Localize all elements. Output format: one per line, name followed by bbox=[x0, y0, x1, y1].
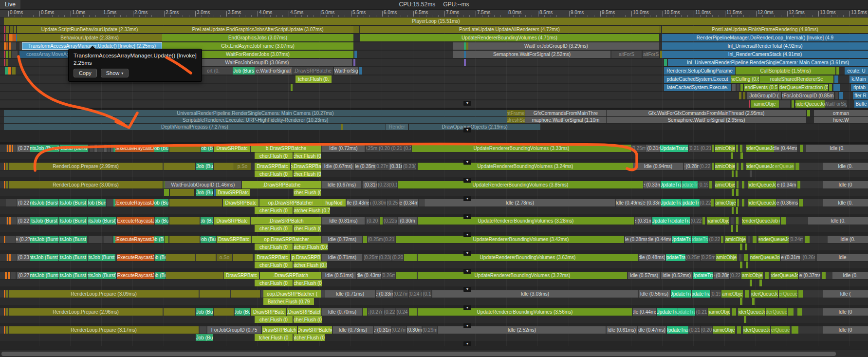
timeline-bar[interactable]: Batcher.Flush (0.72 bbox=[294, 207, 330, 214]
timeline-bar[interactable] bbox=[354, 51, 357, 58]
timeline-bar[interactable] bbox=[740, 244, 742, 250]
timeline-bar[interactable]: Idle (0.73ms) bbox=[333, 326, 373, 334]
timeline-bar[interactable] bbox=[380, 217, 383, 225]
timeline-bar[interactable] bbox=[4, 163, 5, 170]
timeline-bar[interactable]: (0.19 bbox=[711, 290, 720, 298]
timeline-bar[interactable]: e (0.31m bbox=[388, 163, 402, 170]
timeline-bar[interactable]: o.So bbox=[217, 254, 232, 261]
timeline-bar[interactable]: Idle (0.71ms) bbox=[325, 290, 375, 298]
timeline-bar[interactable]: (0.22 bbox=[384, 308, 395, 316]
timeline-bar[interactable] bbox=[104, 145, 107, 152]
timeline-bar[interactable]: amicObje bbox=[715, 163, 735, 170]
timeline-bar[interactable]: sentFrame (0 bbox=[507, 110, 525, 116]
timeline-bar[interactable] bbox=[9, 42, 11, 50]
timeline-bar[interactable]: e (0.28m bbox=[714, 272, 729, 279]
timeline-bar[interactable]: tcher.Flush (0. bbox=[294, 170, 321, 177]
timeline-bar[interactable] bbox=[740, 262, 742, 268]
timeline-bar[interactable] bbox=[466, 42, 468, 50]
timeline-bar[interactable] bbox=[712, 145, 714, 152]
timeline-bar[interactable]: iamicObje bbox=[713, 326, 735, 334]
timeline-bar[interactable]: RenderLoop.Prepare (3.00ms) bbox=[9, 181, 163, 188]
timeline-bar[interactable]: DrawSRPBatc bbox=[216, 189, 250, 196]
timeline-bar[interactable] bbox=[291, 84, 293, 91]
timeline-bar[interactable]: (0.22 bbox=[709, 236, 720, 243]
timeline-bar[interactable]: aitForS bbox=[643, 51, 659, 58]
timeline-bar[interactable]: pdateTra bbox=[673, 217, 690, 225]
timeline-bar[interactable] bbox=[6, 51, 8, 58]
timeline-bar[interactable]: UpdateRendererBoundingVolumes (3.42ms) bbox=[418, 236, 624, 243]
timeline-bar[interactable]: a (0.26m bbox=[801, 254, 815, 261]
timeline-bar[interactable]: lateCachedSystem.Execute. bbox=[664, 84, 731, 91]
timeline-bar[interactable] bbox=[659, 26, 661, 33]
timeline-bar[interactable] bbox=[214, 308, 234, 316]
timeline-bar[interactable]: WaitForSig bbox=[825, 100, 847, 108]
timeline-bar[interactable]: DrawOpaqueObjects (2.19ms) bbox=[409, 124, 540, 130]
timeline-bar[interactable]: EndGraphicsJobs (3.07ms) bbox=[162, 34, 353, 41]
timeline-bar[interactable]: pdateTra bbox=[692, 290, 710, 298]
timeline-bar[interactable] bbox=[743, 92, 745, 99]
timeline-bar[interactable]: ob (Bu bbox=[155, 254, 166, 261]
timeline-bar[interactable]: e (0.33m bbox=[644, 181, 660, 188]
timeline-bar[interactable]: (0.23( bbox=[403, 163, 416, 170]
timeline-bar[interactable] bbox=[98, 145, 103, 152]
timeline-bar[interactable]: a (0.30m bbox=[370, 199, 386, 207]
timeline-bar[interactable]: UpdateTrans bbox=[660, 145, 688, 152]
timeline-bar[interactable] bbox=[11, 42, 16, 50]
timeline-bar[interactable] bbox=[12, 67, 16, 75]
copy-button[interactable]: Copy bbox=[74, 69, 97, 77]
timeline-bar[interactable]: nderQueueJo bbox=[795, 100, 825, 108]
timeline-bar[interactable] bbox=[231, 290, 260, 298]
timeline-bar[interactable] bbox=[4, 26, 5, 33]
timeline-bar[interactable]: e (0.28m bbox=[684, 163, 699, 170]
timeline-bar[interactable] bbox=[12, 51, 18, 58]
timeline-bar[interactable]: tsJob (Burst bbox=[88, 254, 115, 261]
timeline-bar[interactable]: e (0.31m bbox=[363, 181, 377, 188]
timeline-bar[interactable] bbox=[409, 308, 417, 316]
timeline-bar[interactable]: oop.DrawSRPBatcher ( bbox=[263, 290, 321, 298]
timeline-bar[interactable] bbox=[739, 254, 741, 261]
timeline-bar[interactable]: DrawSRPBatc bbox=[214, 217, 250, 225]
timeline-bar[interactable]: cher.Flush (0 bbox=[255, 244, 293, 250]
timeline-bar[interactable] bbox=[464, 42, 466, 50]
timeline-bar[interactable]: nderQueueJo bbox=[748, 199, 776, 207]
timeline-bar[interactable] bbox=[12, 145, 13, 152]
timeline-bar[interactable] bbox=[94, 145, 97, 152]
timeline-bar[interactable] bbox=[5, 272, 7, 279]
timeline-bar[interactable]: iamicObje bbox=[751, 100, 779, 108]
timeline-bar[interactable]: ntsJob (Burst bbox=[30, 199, 58, 207]
timeline-bar[interactable]: tsJob (Burst bbox=[59, 217, 87, 225]
timeline-bar[interactable]: Idle (0. bbox=[823, 163, 868, 170]
timeline-bar[interactable] bbox=[731, 152, 733, 159]
collapse-arrow[interactable]: ▼ bbox=[463, 178, 471, 183]
timeline-bar[interactable]: a (0.27m bbox=[368, 308, 383, 316]
timeline-bar[interactable]: nderQueueJo bbox=[751, 290, 778, 298]
timeline-bar[interactable]: y.ExecuteRaycastJo bbox=[117, 272, 154, 279]
timeline-bar[interactable]: UpdateRendererBoundingVolumes (4.71ms) bbox=[360, 34, 659, 41]
timeline-bar[interactable] bbox=[108, 145, 110, 152]
timeline-bar[interactable] bbox=[6, 42, 8, 50]
timeline-bar[interactable]: tcher.Flush (0. bbox=[295, 75, 332, 83]
collapse-arrow[interactable]: ▼ bbox=[463, 101, 471, 106]
timeline-bar[interactable] bbox=[363, 236, 367, 243]
timeline-bar[interactable] bbox=[164, 189, 169, 196]
timeline-bar[interactable] bbox=[10, 26, 13, 33]
timeline-bar[interactable]: nderQueueJo bbox=[743, 326, 770, 334]
timeline-bar[interactable] bbox=[4, 34, 5, 41]
timeline-bar[interactable] bbox=[836, 67, 839, 75]
timeline-bar[interactable] bbox=[779, 100, 790, 108]
timeline-bar[interactable] bbox=[797, 181, 800, 188]
timeline-bar[interactable]: (0.22 bbox=[691, 217, 702, 225]
timeline-bar[interactable]: le (0.38ms bbox=[625, 236, 647, 243]
timeline-bar[interactable] bbox=[749, 100, 750, 108]
timeline-bar[interactable]: UpdateTra bbox=[693, 272, 713, 279]
timeline-bar[interactable] bbox=[732, 170, 734, 177]
timeline-bar[interactable] bbox=[736, 217, 739, 225]
timeline-bar[interactable] bbox=[753, 236, 757, 243]
timeline-bar[interactable] bbox=[741, 163, 743, 170]
timeline-bar[interactable] bbox=[732, 84, 736, 91]
timeline-bar[interactable]: (0.27n bbox=[375, 163, 388, 170]
timeline-bar[interactable]: cher.Flush (0 bbox=[255, 262, 293, 268]
timeline-bar[interactable]: tcher.Flush (0. bbox=[294, 280, 322, 286]
timeline-bar[interactable] bbox=[9, 51, 11, 58]
timeline-bar[interactable]: (0.25m (0.20 (0.21 (0.20 bbox=[366, 145, 411, 152]
